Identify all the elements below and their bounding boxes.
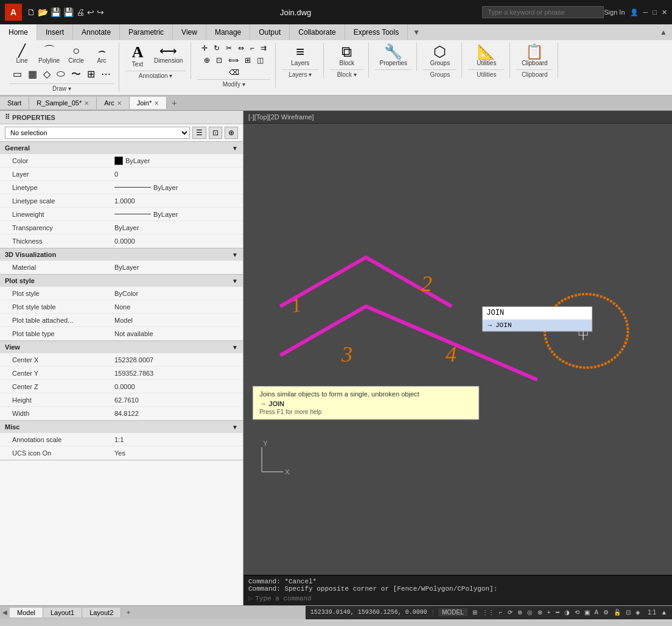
selcycle-icon[interactable]: ⟲ (575, 609, 579, 616)
tab-manage[interactable]: Manage (206, 24, 250, 40)
plot-icon[interactable]: 🖨 (76, 7, 85, 17)
autocomplete-foreign[interactable]: → JOIN (482, 306, 592, 349)
select-similar-button[interactable]: ⊡ (209, 127, 222, 139)
saveas-icon[interactable]: 💾 (63, 7, 74, 17)
minimize-button[interactable]: ─ (643, 9, 648, 16)
quick-select-button[interactable]: ☰ (192, 127, 206, 139)
tool-copy[interactable]: ⊕ (201, 55, 212, 66)
draw-extra-4[interactable]: ⬭ (54, 67, 68, 82)
tool-line[interactable]: ╱ Line (10, 43, 34, 66)
tool-array[interactable]: ⊞ (242, 55, 253, 66)
general-section-header[interactable]: General ▼ (0, 142, 243, 154)
view-section-header[interactable]: View ▼ (0, 341, 243, 353)
hardware-icon[interactable]: ⊡ (626, 609, 631, 616)
tab-insert[interactable]: Insert (37, 24, 73, 40)
doc-tab-join-close[interactable]: ✕ (154, 100, 159, 107)
tool-circle[interactable]: ○ Circle (64, 43, 88, 66)
isolate-icon[interactable]: ◈ (635, 609, 640, 616)
tool-erase[interactable]: ⌫ (226, 67, 242, 78)
canvas-view[interactable]: 1 2 3 4 Y X (243, 124, 672, 575)
tool-polyline[interactable]: ⌒ Polyline (35, 43, 63, 66)
tool-arc[interactable]: ⌢ Arc (89, 43, 114, 66)
dyn-icon[interactable]: + (547, 609, 551, 616)
tool-trim[interactable]: ✂ (223, 43, 234, 54)
draw-extra-5[interactable]: 〜 (69, 67, 83, 82)
autocomplete-input[interactable] (483, 307, 592, 319)
plot-style-section-header[interactable]: Plot style ▼ (0, 275, 243, 287)
tab-express-tools[interactable]: Express Tools (345, 24, 408, 40)
tool-properties[interactable]: 🔧 Properties (375, 43, 411, 68)
lineweight-status-icon[interactable]: ━ (556, 609, 559, 616)
draw-extra-6[interactable]: ⊞ (85, 67, 97, 82)
annotscale-up-icon[interactable]: ▲ (661, 609, 667, 616)
layout-tab-layout2[interactable]: Layout2 (82, 608, 121, 617)
tool-groups[interactable]: ⬡ Groups (423, 43, 457, 68)
misc-section-header[interactable]: Misc ▼ (0, 421, 243, 433)
close-button[interactable]: ✕ (662, 9, 667, 16)
layout-nav-left[interactable]: ◀ (0, 609, 10, 616)
tool-clipboard[interactable]: 📋 Clipboard (516, 43, 553, 68)
polar-icon[interactable]: ⟳ (508, 609, 513, 616)
redo-icon[interactable]: ↪ (97, 7, 104, 17)
doc-tab-join[interactable]: Join* ✕ (130, 97, 167, 109)
tool-stretch[interactable]: ⟺ (226, 55, 241, 66)
new-icon[interactable]: 🗋 (27, 7, 35, 17)
search-input[interactable] (482, 6, 604, 18)
tool-offset[interactable]: ◫ (254, 55, 266, 66)
lock-icon[interactable]: 🔓 (614, 609, 621, 616)
doc-tab-arc-close[interactable]: ✕ (117, 100, 122, 107)
tool-fillet[interactable]: ⌐ (248, 43, 257, 54)
tab-annotate[interactable]: Annotate (73, 24, 120, 40)
tool-extend[interactable]: ⇉ (258, 43, 269, 54)
selection-dropdown[interactable]: No selection (5, 127, 190, 139)
signin-button[interactable]: Sign In (604, 9, 625, 16)
tool-utilities[interactable]: 📐 Utilities (468, 43, 505, 68)
autocomplete-item-join[interactable]: → JOIN (483, 320, 592, 331)
doc-tab-arc[interactable]: Arc ✕ (97, 97, 130, 109)
draw-extra-1[interactable]: ▭ (10, 67, 24, 82)
tool-scale[interactable]: ⊡ (214, 55, 225, 66)
tool-layers[interactable]: ≡ Layers (282, 43, 318, 68)
3d-icon[interactable]: ▣ (584, 609, 590, 616)
annot-icon[interactable]: A (595, 609, 599, 616)
tab-output[interactable]: Output (250, 24, 290, 40)
undo-icon[interactable]: ↩ (87, 7, 94, 17)
snap-icon[interactable]: ⋮⋮ (482, 609, 494, 616)
doc-tab-start[interactable]: Start (0, 97, 29, 109)
save-icon[interactable]: 💾 (51, 7, 61, 17)
tool-dimension[interactable]: ⟷ Dimension (151, 43, 186, 69)
tab-home[interactable]: Home (0, 24, 37, 40)
layout-tab-model[interactable]: Model (10, 608, 43, 617)
doc-tab-rsample-close[interactable]: ✕ (84, 100, 89, 107)
draw-extra-3[interactable]: ◇ (41, 67, 53, 82)
open-icon[interactable]: 📂 (38, 7, 48, 17)
otrack-icon[interactable]: ⊗ (537, 609, 542, 616)
draw-extra-7[interactable]: ⋯ (99, 67, 113, 82)
tab-parametric[interactable]: Parametric (120, 24, 173, 40)
tool-mirror[interactable]: ⇔ (236, 43, 247, 54)
ribbon-minimize-icon[interactable]: ▲ (660, 28, 667, 37)
tool-text[interactable]: A Text (125, 43, 150, 69)
tool-rotate[interactable]: ↻ (211, 43, 222, 54)
command-input[interactable] (255, 595, 667, 602)
grid-icon[interactable]: ⊞ (472, 609, 477, 616)
transparency-status-icon[interactable]: ◑ (564, 609, 570, 616)
tab-view[interactable]: View (173, 24, 206, 40)
osnap-icon[interactable]: ⊕ (517, 609, 522, 616)
add-selected-button[interactable]: ⊕ (225, 127, 238, 139)
layout-tab-layout1[interactable]: Layout1 (43, 608, 82, 617)
account-icon[interactable]: 👤 (630, 9, 639, 16)
doc-tab-add[interactable]: + (167, 96, 181, 110)
workspace-icon[interactable]: ⚙ (603, 609, 609, 616)
tool-move[interactable]: ✛ (199, 43, 210, 54)
tab-collaborate[interactable]: Collaborate (290, 24, 345, 40)
maximize-button[interactable]: □ (653, 9, 657, 16)
tool-block[interactable]: ⧉ Block (330, 43, 363, 68)
doc-tab-rsample[interactable]: R_Sample_05* ✕ (29, 97, 97, 109)
viz3d-section-header[interactable]: 3D Visualization ▼ (0, 248, 243, 261)
draw-extra-2[interactable]: ▦ (26, 67, 40, 82)
layout-tab-add[interactable]: + (121, 607, 136, 618)
ribbon-overflow[interactable]: ▼ (408, 24, 425, 40)
ortho-icon[interactable]: ⌐ (499, 609, 503, 616)
3dosnap-icon[interactable]: ◎ (527, 609, 533, 616)
